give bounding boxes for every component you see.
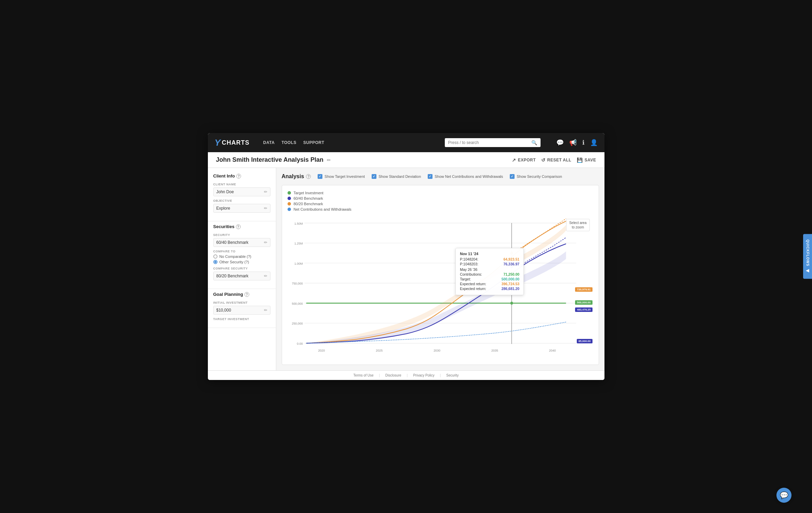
compare-security-field: 80/20 Benchmark ✏ [213,272,270,280]
tooltip-row-1: P:1048203: 76,336.97 [460,262,519,266]
footer: Terms of Use | Disclosure | Privacy Poli… [208,370,604,380]
megaphone-icon[interactable]: 📢 [569,139,577,146]
checkbox-stddev-label: Show Standard Deviation [378,174,421,179]
security-field: 60/40 Benchmark ✏ [213,238,270,247]
tooltip-label-0: P:1048204: [460,257,478,261]
footer-disclosure[interactable]: Disclosure [385,373,401,377]
chart-wrapper[interactable]: Select areato zoom 1.50 [288,215,593,359]
checkbox-show-stddev[interactable]: Show Standard Deviation [372,174,421,179]
svg-text:2030: 2030 [434,348,440,352]
radio-no-comparable-circle [213,254,217,259]
target-investment-label: TARGET INVESTMENT [213,317,270,321]
tooltip-val-4: 500,000.00 [502,277,520,281]
content-layout: Client Info ? CLIENT NAME John Doe ✏ OBJ… [208,168,604,370]
chart-area: Target Investment 60/40 Benchmark 80/20 … [282,185,599,365]
legend-item-80-20: 80/20 Benchmark [288,202,593,206]
tooltip-row-6: Expected return: 286,681.20 [460,287,519,291]
chat-icon: 💬 [780,491,788,499]
search-bar[interactable]: 🔍 [445,138,541,147]
search-icon: 🔍 [531,140,537,145]
radio-other-security[interactable]: Other Security (?) [213,260,270,264]
save-button[interactable]: 💾 SAVE [577,157,596,163]
svg-text:2020: 2020 [318,348,325,352]
initial-investment-value: $10,000 [216,308,231,313]
radio-no-comparable[interactable]: No Comparable (?) [213,254,270,259]
checkbox-contributions-box [428,174,432,179]
checkbox-show-contributions[interactable]: Show Net Contributions and Withdrawals [428,174,503,179]
svg-point-23 [510,302,513,305]
edit-client-name-icon[interactable]: ✏ [264,189,267,194]
nav-support[interactable]: SUPPORT [303,140,324,145]
logo-charts: CHARTS [222,139,250,146]
goal-planning-help[interactable]: ? [244,292,249,297]
svg-text:2040: 2040 [549,348,556,352]
chart-svg[interactable]: 1.50M 1.25M 1.00M 750,000 500,000 250,00… [288,215,593,359]
footer-terms[interactable]: Terms of Use [354,373,374,377]
radio-other-security-label: Other Security (?) [219,260,249,264]
nav-data[interactable]: DATA [263,140,275,145]
svg-text:500,000: 500,000 [292,301,303,305]
legend-label-target: Target Investment [294,191,323,195]
client-name-field: John Doe ✏ [213,187,270,196]
checkbox-security-label: Show Security Comparison [517,174,562,179]
client-info-help[interactable]: ? [236,174,241,179]
legend-dot-contributions [288,208,291,211]
logo[interactable]: Y CHARTS [215,137,250,148]
reset-button[interactable]: ↺ RESET ALL [541,157,571,163]
sidebar: Client Info ? CLIENT NAME John Doe ✏ OBJ… [208,168,276,370]
legend-item-target: Target Investment [288,191,593,195]
save-label: SAVE [585,158,596,162]
objective-label: OBJECTIVE [213,199,270,202]
edit-compare-security-icon[interactable]: ✏ [264,274,267,278]
svg-text:2035: 2035 [491,348,498,352]
edit-objective-icon[interactable]: ✏ [264,206,267,211]
legend-dot-60-40 [288,197,291,200]
tooltip-row-0: P:1048204: 64,923.51 [460,257,519,261]
svg-text:1.25M: 1.25M [294,241,303,246]
legend-label-80-20: 80/20 Benchmark [294,202,323,206]
export-button[interactable]: ↗ EXPORT [512,157,536,163]
compare-security-value: 80/20 Benchmark [216,274,249,278]
quickflows-tab[interactable]: QUICKFLOWS ◀ [803,234,812,279]
analysis-header: Analysis ? Show Target Investment Show S… [282,173,599,180]
info-icon[interactable]: ℹ [582,139,585,146]
checkbox-show-security[interactable]: Show Security Comparison [510,174,562,179]
chart-tooltip: Nov 11 '24 P:1048204: 64,923.51 P:104820… [455,248,524,295]
export-label: EXPORT [518,158,536,162]
reset-icon: ↺ [541,157,546,163]
tooltip-val-0: 64,923.51 [503,257,519,261]
nav-tools[interactable]: TOOLS [281,140,296,145]
reset-label: RESET ALL [547,158,571,162]
objective-field: Explore ✏ [213,204,270,213]
tooltip-row-2: May 26 '36 [460,267,519,272]
tooltip-label-5: Expected return: [460,282,486,286]
tooltip-row-4: Target: 500,000.00 [460,277,519,281]
tooltip-label-1: P:1048203: [460,262,478,266]
analysis-help[interactable]: ? [306,174,311,179]
search-input[interactable] [448,140,529,145]
client-info-section: Client Info ? CLIENT NAME John Doe ✏ OBJ… [208,173,276,221]
main-content: Analysis ? Show Target Investment Show S… [276,168,604,370]
quickflows-label: QUICKFLOWS [806,239,810,266]
goal-planning-title: Goal Planning ? [213,292,270,297]
badge-orange: 720,979.91 [575,287,592,292]
radio-other-security-circle [213,260,217,264]
objective-value: Explore [216,206,230,211]
edit-initial-investment-icon[interactable]: ✏ [264,308,267,313]
nav-links: DATA TOOLS SUPPORT [263,140,324,145]
user-icon[interactable]: 👤 [590,139,598,146]
footer-privacy[interactable]: Privacy Policy [413,373,434,377]
chat-bubble-icon[interactable]: 💬 [556,139,564,146]
page-title-area: John Smith Interactive Analysis Plan ✏ [216,156,331,163]
header-actions: ↗ EXPORT ↺ RESET ALL 💾 SAVE [512,157,596,163]
tooltip-label-3: Contributions: [460,272,482,276]
edit-security-icon[interactable]: ✏ [264,240,267,245]
legend-dot-80-20 [288,202,291,206]
securities-help[interactable]: ? [236,224,241,229]
checkbox-stddev-box [372,174,376,179]
chat-button[interactable]: 💬 [776,488,791,503]
footer-security[interactable]: Security [446,373,458,377]
edit-title-icon[interactable]: ✏ [327,157,331,163]
checkbox-show-target[interactable]: Show Target Investment [318,174,365,179]
legend-item-contributions: Net Contributions and Withdrawals [288,207,593,211]
